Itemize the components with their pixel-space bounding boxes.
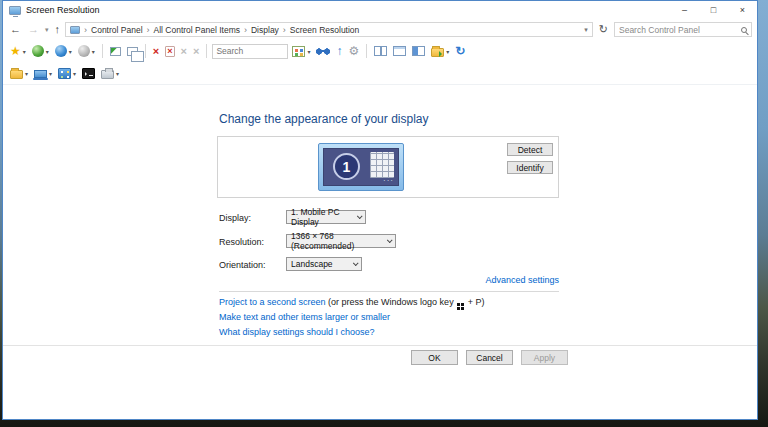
close-tab-button[interactable]: × (151, 42, 161, 60)
chevron-down-icon: ▾ (49, 70, 52, 77)
toolbar-separator (145, 44, 146, 58)
breadcrumb-all-items[interactable]: All Control Panel Items (154, 25, 240, 35)
go-up-button[interactable]: ↑ (334, 42, 344, 60)
make-text-larger-row: Make text and other items larger or smal… (219, 312, 390, 322)
close-window-button[interactable]: × (163, 42, 176, 60)
detect-button[interactable]: Detect (507, 143, 553, 156)
folder-icon (10, 70, 23, 79)
close-button[interactable]: × (728, 1, 757, 19)
breadcrumb-separator: › (84, 25, 87, 35)
breadcrumb-screen-resolution[interactable]: Screen Resolution (290, 25, 359, 35)
dual-pane-button[interactable] (410, 42, 427, 60)
close-red-x-icon: × (153, 46, 159, 57)
toolbar-search-input[interactable] (216, 46, 284, 56)
star-icon: ★ (10, 45, 21, 57)
chevron-down-icon: ▾ (307, 48, 310, 55)
refresh-tabs-button[interactable]: ↻ (453, 42, 467, 60)
footer-divider (3, 345, 757, 346)
close-left-button[interactable]: × (179, 42, 189, 60)
search-input[interactable] (619, 25, 741, 35)
project-second-screen-link[interactable]: Project to a second screen (219, 297, 326, 307)
toolbar-search[interactable] (212, 44, 288, 59)
refresh-button[interactable]: ↻ (596, 23, 611, 36)
folder-go-button[interactable]: ▾ (429, 42, 451, 60)
cancel-button[interactable]: Cancel (466, 350, 513, 365)
chevron-down-icon (387, 237, 393, 243)
page-title: Change the appearance of your display (219, 112, 428, 126)
section-divider (219, 291, 559, 292)
window-pane-icon (393, 46, 406, 56)
options-button[interactable]: ⚙ (346, 42, 361, 60)
minimize-button[interactable]: – (670, 1, 699, 19)
monitor-number-badge: 1 (333, 153, 360, 180)
lock-tabs-button[interactable] (314, 42, 332, 60)
chevron-down-icon: ▾ (46, 48, 49, 55)
gray-globe-icon (78, 45, 90, 57)
toolbar-row-2: ▾ ▾ ▾ ▾ (3, 62, 757, 84)
back-button[interactable]: ← (8, 24, 23, 35)
breadcrumb-separator: › (244, 25, 247, 35)
go-green-globe-button[interactable]: ▾ (30, 42, 51, 60)
breadcrumb-separator: › (283, 25, 286, 35)
monitor-dots: ··· (383, 177, 394, 185)
window-controls: – □ × (670, 1, 757, 19)
close-gray-x-icon: × (193, 46, 199, 57)
view-mode-button[interactable]: ▾ (290, 42, 312, 60)
close-right-button[interactable]: × (191, 42, 201, 60)
up-button[interactable]: ↑ (53, 24, 63, 35)
refresh-icon: ↻ (455, 45, 465, 57)
breadcrumb[interactable]: › Control Panel › All Control Panel Item… (65, 22, 593, 37)
move-window-icon (110, 47, 121, 56)
explorer-window: Screen Resolution – □ × ← → ▾ ↑ › Contro… (2, 0, 758, 420)
resolution-dropdown[interactable]: 1366 × 768 (Recommended) (286, 234, 396, 248)
chevron-down-icon: ▾ (116, 70, 119, 77)
command-prompt-button[interactable] (80, 64, 97, 82)
breadcrumb-separator: › (147, 25, 150, 35)
what-settings-link[interactable]: What display settings should I choose? (219, 327, 375, 337)
go-blue-globe-button[interactable]: ▾ (53, 42, 74, 60)
address-dropdown-icon[interactable]: ▾ (584, 26, 588, 34)
ok-button[interactable]: OK (411, 350, 458, 365)
gear-icon: ⚙ (348, 45, 359, 57)
go-gray-globe-button[interactable]: ▾ (76, 42, 97, 60)
favorites-button[interactable]: ★▾ (8, 42, 28, 60)
control-panel-menu-button[interactable]: ▾ (56, 64, 78, 82)
apply-button[interactable]: Apply (521, 350, 568, 365)
folders-menu-button[interactable]: ▾ (8, 64, 30, 82)
breadcrumb-display[interactable]: Display (251, 25, 279, 35)
dual-pane-icon (412, 46, 425, 56)
project-second-screen-row: Project to a second screen (or press the… (219, 297, 484, 310)
monitor-1-thumbnail[interactable]: 1 ··· (318, 143, 404, 191)
what-settings-row: What display settings should I choose? (219, 327, 375, 337)
display-value: 1. Mobile PC Display (291, 207, 357, 227)
resolution-label: Resolution: (219, 237, 264, 247)
orientation-dropdown[interactable]: Landscape (286, 257, 362, 271)
screen-resolution-panel: Change the appearance of your display 1 … (3, 85, 757, 419)
forward-button[interactable]: → (26, 24, 41, 35)
window-layout-button[interactable] (391, 42, 408, 60)
computer-menu-button[interactable]: ▾ (32, 64, 54, 82)
make-text-larger-link[interactable]: Make text and other items larger or smal… (219, 312, 390, 322)
devices-menu-button[interactable]: ▾ (99, 64, 121, 82)
control-panel-search[interactable] (614, 22, 752, 37)
view-grid-icon (292, 46, 305, 57)
display-dropdown[interactable]: 1. Mobile PC Display (286, 210, 366, 224)
toolbar-separator (206, 44, 207, 58)
clone-tab-button[interactable] (125, 42, 140, 60)
toolbar-row-1: ★▾ ▾ ▾ ▾ × × × × ▾ ↑ ⚙ ▾ ↻ (3, 40, 757, 62)
identify-button[interactable]: Identify (507, 161, 553, 174)
chevron-down-icon: ▾ (25, 70, 28, 77)
maximize-button[interactable]: □ (699, 1, 728, 19)
display-app-icon (9, 6, 21, 15)
monitor-preview-box: 1 ··· Detect Identify (217, 136, 559, 198)
breadcrumb-control-panel[interactable]: Control Panel (91, 25, 143, 35)
detach-tab-button[interactable] (108, 42, 123, 60)
recent-pages-chevron-icon[interactable]: ▾ (44, 26, 50, 34)
advanced-settings-link[interactable]: Advanced settings (485, 275, 559, 285)
orientation-value: Landscape (291, 259, 333, 269)
split-view-button[interactable] (372, 42, 389, 60)
title-bar[interactable]: Screen Resolution – □ × (3, 1, 757, 19)
green-globe-icon (32, 45, 44, 57)
wallpaper-thumbnail (370, 152, 394, 178)
advanced-settings-row: Advanced settings (217, 275, 559, 285)
